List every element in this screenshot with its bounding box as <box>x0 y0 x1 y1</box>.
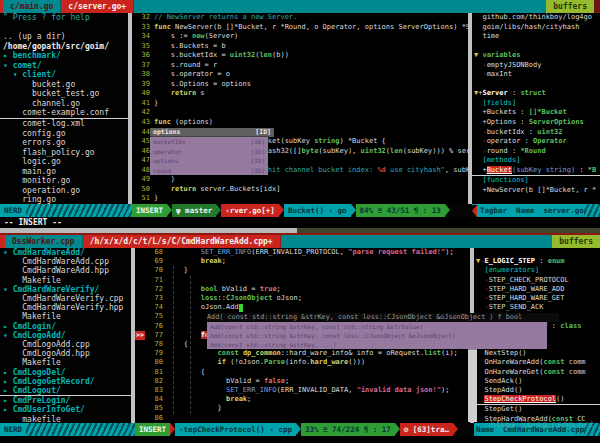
code-line[interactable]: 42 <box>132 108 468 118</box>
code-line[interactable]: 43func (options) <box>132 118 468 128</box>
tag-item[interactable]: -STEP_CHECK_PROTOCOL <box>474 276 600 285</box>
completion-item[interactable]: options[ID] <box>150 156 268 166</box>
tag-item[interactable]: -STEP_SEND_ACK <box>474 303 600 312</box>
tree-item[interactable]: monitor.go <box>0 176 128 186</box>
tree-item[interactable]: Makefile <box>0 358 131 367</box>
tag-item[interactable]: [enumerators] <box>474 266 600 275</box>
tag-item[interactable]: [fields] <box>472 99 600 109</box>
tree-item[interactable]: ▸ benchmark/ <box>0 51 128 61</box>
tree-item[interactable]: ▸ CmdLogin/ <box>0 322 131 331</box>
tag-item[interactable]: time <box>472 32 600 42</box>
tag-item[interactable]: goim/libs/hash/cityhash <box>472 23 600 33</box>
tag-item[interactable]: SendAck() <box>474 377 600 386</box>
tree-item[interactable]: config.go <box>0 129 128 139</box>
code-line[interactable]: 32// NewServer returns a new Server. <box>132 13 468 23</box>
tag-item[interactable]: ▼-E_LOGIC_STEP : enum <box>474 257 600 266</box>
tree-item[interactable]: .. (up a dir) <box>0 32 128 42</box>
tree-item[interactable]: ▸ CmdLogoDel/ <box>0 368 131 377</box>
tag-item[interactable]: -STEP_HARD_WARE_GET <box>474 294 600 303</box>
tab[interactable]: OssWorker.cpp <box>5 235 83 248</box>
tree-item[interactable]: /home/gopath/src/goim/ <box>0 42 128 52</box>
completion-selected[interactable]: options[ID] <box>150 128 274 138</box>
code-line[interactable]: 84 break; <box>135 395 470 404</box>
tag-item[interactable] <box>472 42 600 52</box>
code-line[interactable]: 83 SET_ERR_INFO(ERR_INVALID_DATA, "inval… <box>135 386 470 395</box>
tree-item[interactable]: channel.go <box>0 99 128 109</box>
code-line[interactable]: 82 bValid = false; <box>135 377 470 386</box>
tag-item[interactable]: StepGet() <box>474 405 600 414</box>
code-line[interactable]: 37 s.round = r <box>132 61 468 71</box>
tree-item[interactable]: ▸ CmdLogoGetRecord/ <box>0 377 131 386</box>
tree-item[interactable]: ▾ CmdLogoAdd/ <box>0 331 131 340</box>
code-line[interactable]: 85 } <box>135 404 470 413</box>
tag-item[interactable]: -emptyJSONBody <box>472 61 600 71</box>
tree-item[interactable]: ▾ CmdHardWareAdd/ <box>0 248 131 257</box>
code-line[interactable]: 79 const dp_common::hard_ware_info& info… <box>135 349 470 358</box>
tree-item[interactable]: ▸ CmdUserInfoGet/ <box>0 405 131 414</box>
tree-item[interactable]: flash_policy.go <box>0 148 128 158</box>
tree-item[interactable]: ring.go <box>0 195 128 204</box>
tree-item[interactable]: comet-example.conf <box>0 108 128 119</box>
tree-item[interactable]: CmdLogoAdd.cpp <box>0 340 131 349</box>
tree-item[interactable]: CmdHardWareAdd.hpp <box>0 266 131 275</box>
completion-item[interactable]: bucketIdx[ID] <box>150 137 268 147</box>
tree-item[interactable]: CmdLogoAdd.hpp <box>0 349 131 358</box>
tag-item[interactable]: OnHareWareGet(const comm <box>474 368 600 377</box>
tree-item[interactable]: CmdHardWareAdd.cpp <box>0 257 131 266</box>
editor-pane[interactable]: 32// NewServer returns a new Server.33fu… <box>132 13 468 204</box>
tree-item[interactable]: ▾ client/ <box>0 70 128 80</box>
tab[interactable]: /h/x/x/d/c/t/L/s/C/CmdHardWareAdd.cpp+ <box>83 235 281 248</box>
completion-item[interactable]: round[ID] <box>150 166 268 176</box>
tag-item[interactable]: github.com/thinkboy/log4go <box>472 13 600 23</box>
code-line[interactable]: 74 oJson.Add <box>135 303 470 312</box>
code-line[interactable]: 40 return s <box>132 89 468 99</box>
tree-item[interactable]: CmdHardWareVerify.cpp <box>0 294 131 303</box>
code-line[interactable]: 50 return server.Buckets[idx] <box>132 185 468 195</box>
code-line[interactable]: 71 <box>135 276 470 285</box>
completion-item[interactable]: Add(const std::string &strKey, ...) <box>207 340 547 349</box>
tag-item[interactable]: ▼+Server : struct <box>472 89 600 99</box>
tree-item[interactable]: ▾ comet/ <box>0 61 128 71</box>
tag-item[interactable] <box>472 80 600 90</box>
tag-item[interactable]: StepCheckProtocol() <box>474 395 600 405</box>
tree-item[interactable]: makefile <box>0 415 131 423</box>
tag-item[interactable] <box>474 248 600 257</box>
buffers-tab[interactable]: buffers <box>552 235 600 248</box>
tree-item[interactable]: comet-log.xml <box>0 119 128 129</box>
tag-item[interactable]: -maxInt <box>472 70 600 80</box>
tree-item[interactable]: bucket.go <box>0 80 128 90</box>
tree-item[interactable]: Makefile <box>0 312 131 321</box>
code-line[interactable]: 33func NewServer(b []*Bucket, r *Round, … <box>132 23 468 33</box>
completion-item[interactable]: Add(const std::string &strKey, const los… <box>207 331 547 340</box>
code-line[interactable]: 34 s := new(Server) <box>132 32 468 42</box>
scrollbar-thumb[interactable] <box>0 228 297 233</box>
code-line[interactable]: 69 break; <box>135 257 470 266</box>
code-line[interactable]: 49 } <box>132 175 468 185</box>
tag-item[interactable]: -round : *Round <box>472 147 600 157</box>
code-line[interactable]: 80 if (!oJson.Parse(info.hard_ware())) <box>135 358 470 367</box>
tree-item[interactable]: main.go <box>0 167 128 177</box>
tree-item[interactable]: Makefile <box>0 276 131 285</box>
tree-item[interactable]: errors.go <box>0 138 128 148</box>
tree-item[interactable] <box>0 23 128 33</box>
tree-item[interactable]: bucket_test.go <box>0 89 128 99</box>
tree-item[interactable]: ▸ CmdLogout/ <box>0 386 131 396</box>
code-line[interactable]: 86 <box>135 414 470 423</box>
tag-item[interactable]: +Bucket(subKey string) : *B <box>472 166 600 177</box>
code-line[interactable]: 72 bool bValid = true; <box>135 285 470 294</box>
scrollbar[interactable] <box>0 228 600 233</box>
tag-item[interactable]: ▼ variables <box>472 51 600 61</box>
tag-item[interactable] <box>472 195 600 204</box>
tree-item[interactable]: ▸ CmdPreLogin/ <box>0 396 131 405</box>
tree-item[interactable]: CmdHardWareVerify.hpp <box>0 303 131 312</box>
tag-item[interactable]: StepAdd() <box>474 386 600 395</box>
tab[interactable]: c/main.go <box>3 0 61 13</box>
completion-item[interactable]: operator[ID] <box>150 147 268 157</box>
buffers-tab[interactable]: buffers <box>546 0 594 13</box>
code-line[interactable]: 41} <box>132 99 468 109</box>
code-line[interactable]: 68 SET_ERR_INFO(ERR_INVALID_PROTOCOL, "p… <box>135 248 470 257</box>
code-line[interactable]: 51} <box>132 194 468 204</box>
tree-item[interactable]: " Press ? for help <box>0 13 128 23</box>
code-line[interactable]: 35 s.Buckets = b <box>132 42 468 52</box>
tag-item[interactable]: +NewServer(b []*Bucket, r * <box>472 186 600 196</box>
